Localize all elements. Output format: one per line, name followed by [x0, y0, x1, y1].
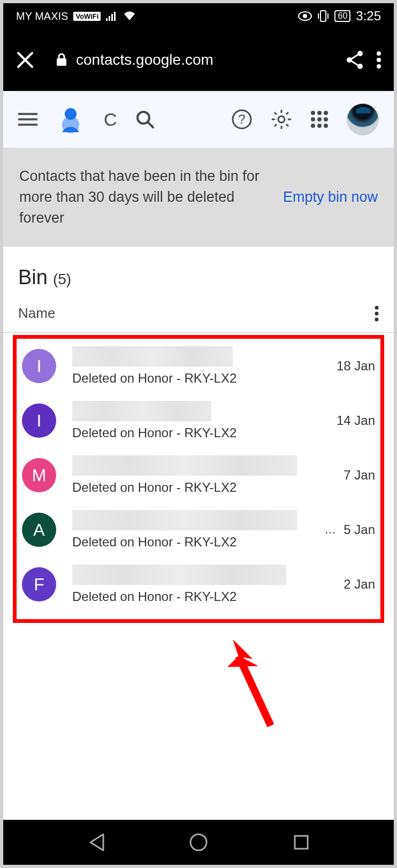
gear-icon[interactable] [271, 109, 292, 130]
svg-marker-52 [233, 640, 252, 659]
bin-notice-text: Contacts that have been in the bin for m… [19, 166, 283, 229]
contact-deleted-date: 2 Jan [343, 577, 375, 592]
contact-row[interactable]: A Deleted on Honor - RKY-LX2 … 5 Jan [17, 502, 380, 557]
svg-point-18 [377, 58, 381, 62]
svg-point-53 [190, 834, 207, 850]
status-bar: MY MAXIS VoWiFi 60 3:25 [3, 3, 394, 29]
svg-point-24 [65, 108, 77, 120]
svg-point-19 [377, 64, 381, 68]
system-nav-bar [3, 820, 394, 865]
svg-rect-1 [109, 16, 110, 21]
svg-point-41 [311, 117, 315, 121]
svg-rect-11 [57, 58, 66, 66]
hamburger-icon[interactable] [18, 112, 37, 126]
svg-point-42 [317, 117, 322, 121]
svg-point-17 [377, 51, 381, 56]
svg-point-47 [375, 306, 379, 309]
svg-rect-3 [114, 12, 116, 21]
contact-avatar: I [22, 349, 56, 383]
account-avatar[interactable] [347, 103, 379, 135]
svg-line-15 [352, 55, 358, 59]
vibrate-icon [317, 10, 329, 22]
lock-icon [56, 53, 67, 67]
chrome-more-icon[interactable] [377, 51, 381, 68]
contact-name-redacted [72, 565, 286, 585]
nav-home-icon[interactable] [189, 833, 208, 852]
svg-point-14 [357, 64, 363, 69]
list-more-icon[interactable] [375, 306, 379, 322]
contact-row[interactable]: F Deleted on Honor - RKY-LX2 2 Jan [17, 557, 380, 612]
contacts-logo-icon[interactable] [56, 104, 86, 134]
contact-name-redacted [72, 455, 297, 476]
column-header: Name [3, 292, 394, 333]
clock-time: 3:25 [356, 9, 381, 24]
contact-deleted-info: Deleted on Honor - RKY-LX2 [72, 535, 324, 550]
contact-name-redacted [72, 401, 211, 421]
svg-point-13 [347, 57, 352, 63]
contact-name-redacted [72, 510, 297, 530]
svg-point-5 [303, 14, 307, 18]
nav-back-icon[interactable] [88, 833, 104, 851]
vowifi-badge: VoWiFi [73, 12, 101, 21]
svg-rect-2 [111, 14, 113, 21]
refresh-letter-icon[interactable]: C [104, 109, 117, 130]
svg-point-40 [324, 111, 328, 115]
battery-level: 60 [334, 10, 350, 22]
share-icon[interactable] [346, 50, 364, 70]
svg-rect-6 [320, 11, 326, 21]
svg-point-43 [324, 117, 328, 121]
contact-avatar: F [22, 567, 56, 601]
signal-icon [106, 11, 118, 21]
svg-line-37 [274, 124, 277, 126]
svg-line-34 [274, 112, 277, 115]
carrier-label: MY MAXIS [16, 10, 68, 22]
contact-row[interactable]: I Deleted on Honor - RKY-LX2 18 Jan [17, 339, 380, 393]
contact-row[interactable]: M Deleted on Honor - RKY-LX2 7 Jan [17, 448, 380, 502]
svg-line-26 [148, 122, 153, 127]
url-text[interactable]: contacts.google.com [76, 51, 333, 68]
contact-row[interactable]: I Deleted on Honor - RKY-LX2 14 Jan [17, 393, 380, 448]
svg-line-35 [286, 124, 288, 126]
contact-deleted-info: Deleted on Honor - RKY-LX2 [72, 371, 329, 386]
nav-recent-icon[interactable] [293, 834, 309, 850]
close-icon[interactable] [16, 51, 34, 69]
svg-point-38 [311, 111, 315, 115]
annotation-highlight-box: I Deleted on Honor - RKY-LX2 18 Jan I De… [13, 335, 384, 623]
svg-point-45 [317, 124, 322, 128]
contact-deleted-info: Deleted on Honor - RKY-LX2 [72, 425, 329, 440]
help-icon[interactable]: ? [231, 109, 253, 130]
svg-point-48 [375, 311, 379, 315]
annotation-arrow-icon [228, 640, 287, 731]
search-icon[interactable] [135, 110, 155, 129]
contact-deleted-date: 5 Jan [343, 522, 375, 537]
apps-grid-icon[interactable] [310, 110, 329, 128]
contact-deleted-info: Deleted on Honor - RKY-LX2 [72, 480, 336, 495]
svg-point-49 [375, 317, 379, 321]
svg-rect-54 [295, 836, 308, 849]
svg-text:?: ? [238, 112, 245, 126]
empty-bin-button[interactable]: Empty bin now [283, 189, 378, 205]
contact-deleted-info: Deleted on Honor - RKY-LX2 [72, 589, 336, 604]
ellipsis-text: … [324, 523, 336, 537]
contact-avatar: A [22, 513, 56, 547]
browser-chrome: contacts.google.com [3, 29, 394, 91]
bin-count: (5) [53, 271, 71, 288]
bin-title: Bin [18, 266, 48, 289]
name-column-label: Name [18, 305, 375, 322]
contact-deleted-date: 7 Jan [343, 468, 375, 483]
svg-point-12 [357, 51, 363, 56]
contact-avatar: M [22, 458, 56, 492]
contact-deleted-date: 18 Jan [337, 359, 375, 374]
svg-rect-0 [106, 18, 108, 21]
app-toolbar: C ? [3, 91, 394, 148]
contact-avatar: I [22, 403, 56, 438]
svg-line-16 [352, 61, 358, 65]
wifi-icon [123, 11, 136, 21]
svg-point-46 [324, 124, 328, 128]
page-title: Bin (5) [3, 247, 394, 292]
svg-line-36 [286, 112, 288, 115]
contact-deleted-date: 14 Jan [337, 413, 375, 428]
contact-name-redacted [72, 346, 233, 367]
svg-point-39 [317, 111, 322, 115]
svg-point-44 [311, 124, 315, 128]
